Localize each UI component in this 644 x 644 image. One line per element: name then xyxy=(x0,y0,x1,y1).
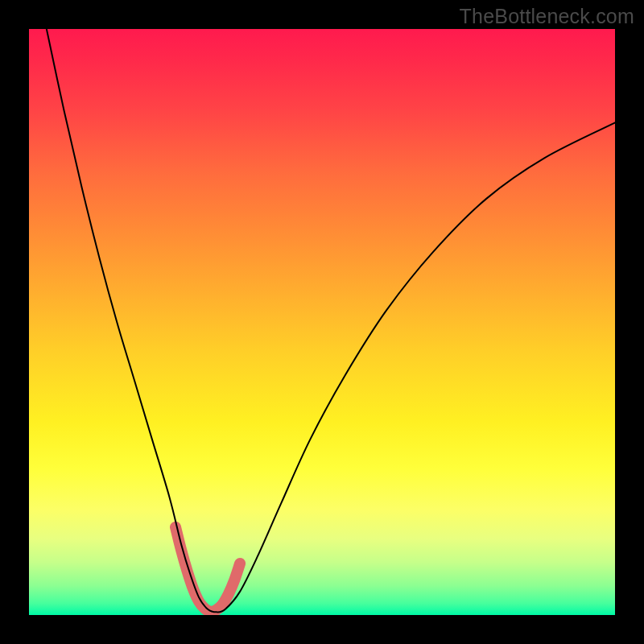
bottleneck-curve xyxy=(47,29,615,612)
plot-area xyxy=(29,29,615,615)
curve-layer xyxy=(29,29,615,615)
watermark-text: TheBottleneck.com xyxy=(460,5,634,28)
highlight-segment xyxy=(175,527,240,612)
chart-frame: TheBottleneck.com xyxy=(0,0,644,644)
